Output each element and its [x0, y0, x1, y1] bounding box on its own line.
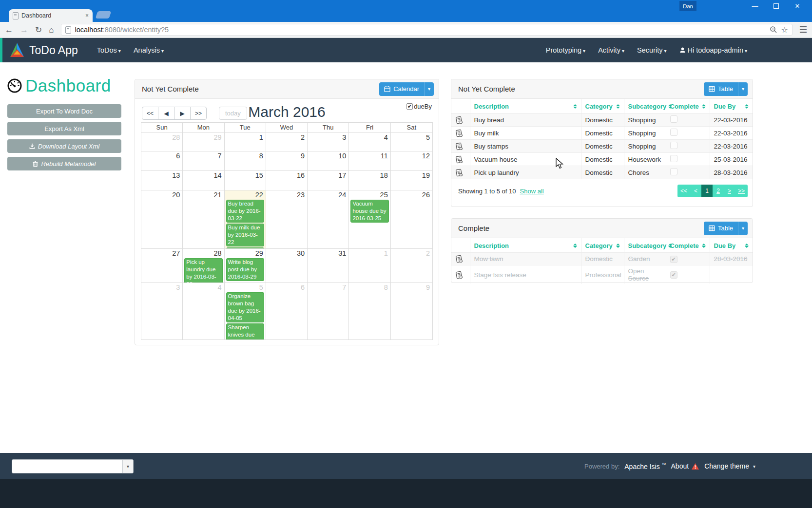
- cell-description[interactable]: Stage Isis release: [470, 265, 581, 284]
- sort-icon[interactable]: [702, 244, 706, 248]
- calendar-view-caret-button[interactable]: ▾: [424, 82, 434, 96]
- sort-icon[interactable]: [745, 104, 749, 109]
- rebuild-metamodel-button[interactable]: Rebuild Metamodel: [7, 157, 121, 170]
- app-footer: ▾ Powered by: Apache Isis ™ About Change…: [0, 453, 812, 479]
- calendar-event[interactable]: Pick up laundry due by 2016-03-28: [184, 258, 222, 282]
- minimize-button[interactable]: —: [751, 2, 759, 10]
- apache-isis-link[interactable]: Apache Isis ™: [624, 462, 666, 470]
- column-header-category[interactable]: Category: [581, 238, 624, 253]
- sort-icon[interactable]: [573, 244, 577, 248]
- back-icon[interactable]: ←: [5, 26, 13, 34]
- checkbox-checked[interactable]: ✔: [670, 256, 677, 263]
- column-header-due-by[interactable]: Due By: [710, 238, 753, 253]
- table-view-main-button[interactable]: Table: [704, 222, 738, 235]
- calendar-event[interactable]: Buy milk due by 2016-03-22: [226, 224, 264, 246]
- sort-icon[interactable]: [702, 104, 706, 109]
- calendar-event[interactable]: Write blog post due by 2016-03-29: [226, 258, 264, 281]
- column-header-due-by[interactable]: Due By: [710, 99, 753, 113]
- table-row[interactable]: Mow lawnDomesticGarden✔28-03-2016: [451, 253, 753, 265]
- table-row[interactable]: Pick up laundryDomesticChores28-03-2016: [451, 166, 753, 179]
- zoom-out-icon[interactable]: [770, 26, 777, 34]
- nav-item-user-menu[interactable]: Hi todoapp-admin▾: [679, 46, 748, 54]
- cell-description[interactable]: Buy stamps: [470, 140, 581, 153]
- dueby-toggle[interactable]: ✔ dueBy: [406, 103, 432, 110]
- cell-description[interactable]: Mow lawn: [470, 253, 581, 265]
- column-header-complete[interactable]: Complete: [666, 99, 710, 113]
- reload-icon[interactable]: ↻: [35, 26, 42, 34]
- nav-item-prototyping[interactable]: Prototyping▾: [546, 46, 585, 54]
- table-view-main-button[interactable]: Table: [704, 82, 738, 96]
- show-all-link[interactable]: Show all: [520, 188, 544, 195]
- column-header-description[interactable]: Description: [470, 99, 581, 113]
- column-header-complete[interactable]: Complete: [666, 238, 710, 253]
- browser-profile-badge[interactable]: Dan: [679, 1, 696, 11]
- cell-description[interactable]: Vacuum house: [470, 153, 581, 166]
- checkbox-checked[interactable]: ✔: [670, 271, 677, 279]
- address-bar[interactable]: localhost:8080/wicket/entity?5 ☆: [61, 24, 793, 36]
- checkbox-unchecked[interactable]: [670, 115, 677, 123]
- table-row[interactable]: Vacuum houseDomesticHousework25-03-2016: [451, 153, 753, 166]
- page-link[interactable]: >>: [735, 185, 748, 197]
- checkbox-unchecked[interactable]: [670, 155, 677, 162]
- column-header-description[interactable]: Description: [470, 238, 581, 253]
- cell-description[interactable]: Pick up laundry: [470, 166, 581, 179]
- nav-item-security[interactable]: Security▾: [637, 46, 666, 54]
- sort-icon[interactable]: [573, 104, 577, 109]
- browser-tab[interactable]: Dashboard ×: [9, 9, 93, 22]
- calendar-view-main-button[interactable]: Calendar: [379, 82, 424, 96]
- table-view-caret-button[interactable]: ▾: [738, 222, 748, 235]
- calendar-day-header: Mon: [183, 123, 224, 132]
- brand[interactable]: ToDo App: [9, 42, 78, 58]
- footer-select-caret-icon[interactable]: ▾: [122, 460, 133, 473]
- sort-icon[interactable]: [745, 244, 749, 248]
- calendar-cell: 1: [349, 248, 390, 282]
- checkbox-unchecked[interactable]: [670, 142, 677, 149]
- table-row[interactable]: Stage Isis releaseProfessionalOpen Sourc…: [451, 265, 753, 284]
- export-to-word-doc-button[interactable]: Export To Word Doc: [7, 104, 121, 118]
- tab-close-icon[interactable]: ×: [85, 12, 89, 19]
- calendar-event[interactable]: Sharpen knives due by 2016-04-05: [226, 323, 264, 339]
- download-layout-xml-button[interactable]: Download Layout Xml: [7, 139, 121, 153]
- new-tab-button[interactable]: [96, 11, 112, 19]
- table-row[interactable]: Buy stampsDomesticShopping22-03-2016: [451, 140, 753, 153]
- page-current[interactable]: 1: [701, 185, 713, 197]
- page-link[interactable]: 2: [713, 185, 724, 197]
- maximize-button[interactable]: [773, 3, 779, 9]
- calendar-day-number: 22: [225, 190, 266, 200]
- sort-icon[interactable]: [616, 244, 620, 248]
- about-link[interactable]: About: [671, 462, 700, 470]
- nav-item-todos[interactable]: ToDos▾: [97, 46, 121, 54]
- calendar-icon: [384, 86, 390, 92]
- calendar-event[interactable]: Buy bread due by 2016-03-22: [226, 200, 264, 223]
- calendar-event[interactable]: Vacuum house due by 2016-03-25: [350, 200, 388, 223]
- calendar-day-number: 9: [266, 151, 307, 161]
- bookmark-star-icon[interactable]: ☆: [781, 25, 788, 35]
- nav-item-analysis[interactable]: Analysis▾: [134, 46, 164, 54]
- dueby-checkbox[interactable]: ✔: [406, 103, 413, 110]
- checkbox-unchecked[interactable]: [670, 168, 677, 175]
- browser-menu-icon[interactable]: ☰: [799, 24, 807, 35]
- url-text[interactable]: localhost:8080/wicket/entity?5: [75, 26, 766, 34]
- footer-select[interactable]: ▾: [12, 459, 134, 473]
- forward-icon[interactable]: →: [20, 26, 28, 34]
- cell-description[interactable]: Buy bread: [470, 113, 581, 127]
- table-view-caret-button[interactable]: ▾: [738, 82, 748, 96]
- view-button-label: Calendar: [393, 85, 419, 93]
- sort-icon[interactable]: [616, 104, 620, 109]
- checkbox-unchecked[interactable]: [670, 129, 677, 136]
- home-icon[interactable]: ⌂: [49, 26, 54, 34]
- cell-description[interactable]: Buy milk: [470, 127, 581, 140]
- table-row[interactable]: Buy milkDomesticShopping22-03-2016: [451, 127, 753, 140]
- chevron-down-icon: ▾: [664, 48, 666, 54]
- url-host: localhost: [75, 26, 103, 34]
- calendar-event[interactable]: Organize brown bag due by 2016-04-05: [226, 292, 264, 322]
- table-row[interactable]: Buy breadDomesticShopping22-03-2016: [451, 113, 753, 127]
- export-as-xml-button[interactable]: Export As Xml: [7, 122, 121, 135]
- column-header-subcategory[interactable]: Subcategory: [624, 238, 666, 253]
- page-link[interactable]: >: [724, 185, 735, 197]
- change-theme-menu[interactable]: Change theme▾: [704, 462, 755, 470]
- nav-item-activity[interactable]: Activity▾: [598, 46, 624, 54]
- column-header-subcategory[interactable]: Subcategory: [624, 99, 666, 113]
- close-button[interactable]: ✕: [793, 2, 801, 10]
- column-header-category[interactable]: Category: [581, 99, 624, 113]
